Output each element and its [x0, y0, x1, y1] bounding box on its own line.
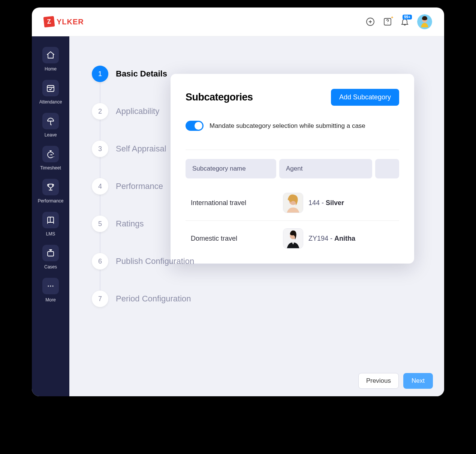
sidebar-item-label: Home	[45, 66, 57, 72]
sidebar-item-home[interactable]: Home	[32, 44, 69, 75]
calendar-check-icon	[42, 80, 59, 96]
help-icon[interactable]: ✦	[383, 17, 392, 27]
step-basic-details[interactable]: 1 Basic Details	[92, 55, 422, 93]
sidebar-item-label: Timesheet	[40, 165, 61, 171]
step-label: Period Configuration	[116, 294, 191, 304]
sidebar-item-label: Attendance	[39, 99, 62, 105]
footer-actions: Previous Next	[358, 373, 433, 389]
step-period-config[interactable]: 7 Period Configuration	[92, 280, 422, 318]
step-applicability[interactable]: 2 Applicability	[92, 93, 422, 130]
sidebar-item-performance[interactable]: Performance	[32, 176, 69, 207]
step-publish-config[interactable]: 6 Publish Configuration	[92, 243, 422, 280]
sidebar-item-more[interactable]: More	[32, 275, 69, 306]
svg-rect-20	[48, 252, 54, 256]
main-content: 1 Basic Details 2 Applicability 3 Self A…	[69, 36, 444, 396]
sidebar-item-label: Cases	[44, 264, 57, 270]
body: Home Attendance Leave Timesheet Performa…	[32, 36, 444, 396]
step-number: 3	[92, 141, 108, 157]
svg-point-24	[50, 286, 51, 287]
lms-icon	[42, 212, 59, 228]
svg-rect-16	[48, 217, 54, 222]
svg-point-23	[48, 286, 49, 287]
next-button[interactable]: Next	[403, 373, 433, 389]
step-label: Performance	[116, 181, 163, 191]
step-number: 4	[92, 178, 108, 195]
trophy-icon	[42, 179, 59, 195]
step-self-appraisal[interactable]: 3 Self Appraisal	[92, 130, 422, 168]
step-number: 1	[92, 66, 108, 82]
sidebar-item-cases[interactable]: Cases	[32, 242, 69, 273]
sidebar-item-label: Performance	[38, 198, 64, 204]
step-performance[interactable]: 4 Performance	[92, 168, 422, 205]
logo-mark: Z	[43, 16, 55, 28]
logo-text: YLKER	[57, 18, 84, 26]
step-label: Publish Configuration	[116, 256, 194, 266]
step-number: 7	[92, 291, 108, 307]
app-frame: Z YLKER ✦ 99+ Home	[32, 7, 444, 396]
avatar[interactable]	[417, 14, 432, 29]
step-ratings[interactable]: 5 Ratings	[92, 205, 422, 243]
step-label: Basic Details	[116, 69, 167, 79]
logo[interactable]: Z YLKER	[44, 16, 84, 27]
svg-point-4	[387, 23, 388, 23]
sidebar-item-label: More	[45, 297, 55, 303]
umbrella-icon	[42, 113, 59, 129]
sidebar-item-label: LMS	[46, 231, 55, 237]
briefcase-icon	[42, 245, 59, 261]
step-label: Applicability	[116, 106, 159, 116]
sidebar-item-leave[interactable]: Leave	[32, 110, 69, 141]
sidebar-item-timesheet[interactable]: Timesheet	[32, 143, 69, 174]
stopwatch-icon	[42, 146, 59, 162]
step-label: Ratings	[116, 219, 144, 229]
previous-button[interactable]: Previous	[358, 373, 399, 389]
step-number: 6	[92, 253, 108, 270]
header-actions: ✦ 99+	[365, 14, 432, 29]
sidebar: Home Attendance Leave Timesheet Performa…	[32, 36, 69, 396]
stepper: 1 Basic Details 2 Applicability 3 Self A…	[92, 55, 422, 318]
step-number: 2	[92, 103, 108, 120]
sparkle-icon: ✦	[391, 15, 394, 19]
header: Z YLKER ✦ 99+	[32, 7, 444, 36]
more-icon	[42, 278, 59, 294]
sidebar-item-lms[interactable]: LMS	[32, 209, 69, 240]
notification-badge: 99+	[403, 15, 412, 19]
step-number: 5	[92, 216, 108, 232]
sidebar-item-attendance[interactable]: Attendance	[32, 77, 69, 108]
svg-point-25	[52, 286, 54, 287]
svg-rect-7	[47, 85, 54, 91]
step-label: Self Appraisal	[116, 144, 166, 154]
home-icon	[42, 47, 59, 63]
add-icon[interactable]	[365, 17, 375, 27]
notification-icon[interactable]: 99+	[400, 17, 410, 27]
sidebar-item-label: Leave	[45, 132, 57, 138]
